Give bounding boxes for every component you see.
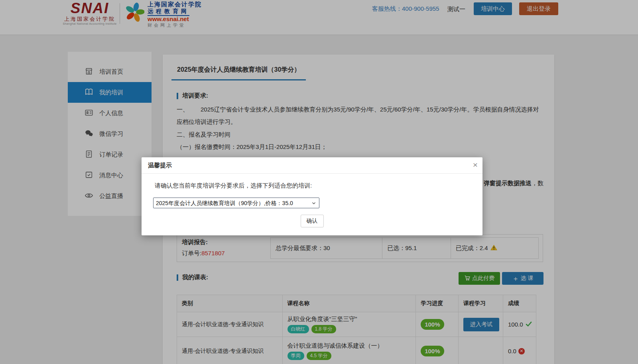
close-icon[interactable]: × <box>473 160 478 170</box>
page: SNAI 上海国家会计学院 Shanghai National Accounti… <box>0 0 638 364</box>
modal-title: 温馨提示 <box>148 162 172 169</box>
modal-header: 温馨提示 × <box>142 157 482 174</box>
training-select-wrap: 2025年度会计人员继续教育培训（90学分）,价格：35.0 <box>153 198 319 208</box>
modal-body-text: 请确认您当前年度培训学分要求后，选择下列适合您的培训: <box>155 182 312 190</box>
confirm-button[interactable]: 确认 <box>301 215 324 227</box>
tip-modal: 温馨提示 × 请确认您当前年度培训学分要求后，选择下列适合您的培训: 2025年… <box>142 157 482 235</box>
training-select[interactable]: 2025年度会计人员继续教育培训（90学分）,价格：35.0 <box>153 198 319 208</box>
